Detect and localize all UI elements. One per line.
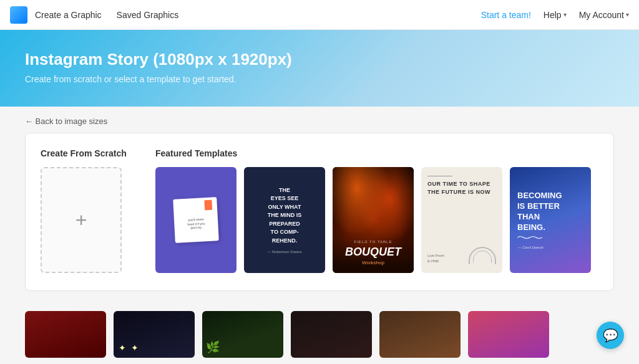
account-chevron-icon: ▾ [626, 11, 629, 18]
template-dark-quote[interactable]: THEEYES SEEONLY WHATTHE MIND ISPREPAREDT… [244, 167, 325, 273]
bottom-thumb-1[interactable] [25, 311, 106, 358]
featured-section: Featured Templates you'll neverhave it i… [155, 148, 598, 273]
templates-grid: Create From Scratch + Featured Templates… [41, 148, 598, 273]
dark-quote-author: — Robertson Davies [267, 250, 301, 254]
our-time-title: OUR TIME TO SHAPE THE FUTURE IS NOW [427, 180, 496, 196]
main-content: Create From Scratch + Featured Templates… [0, 133, 639, 306]
becoming-text: BECOMINGIS BETTERTHANBEING. [517, 191, 562, 233]
templates-row: you'll neverhave it if youdon't try. THE… [155, 167, 598, 273]
back-section: ← Back to image sizes [0, 107, 639, 133]
stars-icon: ✦ ✦ [119, 343, 140, 353]
chat-icon: 💬 [603, 329, 618, 342]
scratch-section: Create From Scratch + [41, 148, 140, 273]
our-time-bottom-row: Live From6-7PM [427, 244, 496, 264]
dark-quote-text: THEEYES SEEONLY WHATTHE MIND ISPREPAREDT… [268, 186, 302, 246]
back-to-sizes-link[interactable]: ← Back to image sizes [25, 117, 107, 126]
wave-icon [517, 236, 542, 239]
bottom-thumb-2[interactable]: ✦ ✦ [114, 311, 195, 358]
sticky-note-text: you'll neverhave it if youdon't try. [187, 218, 205, 231]
nav-saved-link[interactable]: Saved Graphics [117, 10, 179, 20]
nav-right: Start a team! Help ▾ My Account ▾ [481, 10, 629, 20]
bottom-thumb-4[interactable] [291, 311, 372, 358]
our-time-bottom: Live From6-7PM [427, 244, 496, 264]
our-time-top: OUR TIME TO SHAPE THE FUTURE IS NOW [427, 176, 496, 196]
template-purple-note[interactable]: you'll neverhave it if youdon't try. [155, 167, 237, 273]
our-time-arch-wrap [469, 244, 496, 264]
nav-create-link[interactable]: Create a Graphic [35, 10, 102, 20]
scratch-label: Create From Scratch [41, 148, 140, 158]
arch-outer [469, 247, 496, 264]
nav-left: Create a Graphic Saved Graphics [10, 6, 481, 24]
featured-label: Featured Templates [155, 148, 598, 158]
our-time-live: Live From6-7PM [427, 253, 444, 264]
bottom-thumb-5[interactable] [379, 311, 461, 358]
plus-icon: + [76, 210, 87, 230]
bottom-thumb-3[interactable]: 🌿 [202, 311, 283, 358]
hero-title: Instagram Story (1080px x 1920px) [25, 50, 614, 69]
plant-icon: 🌿 [206, 340, 220, 354]
create-from-scratch-button[interactable]: + [41, 167, 122, 273]
template-bouquet[interactable]: FIELD TO TABLE BOUQUET Workshop [333, 167, 414, 273]
our-time-line [427, 176, 452, 176]
navbar: Create a Graphic Saved Graphics Start a … [0, 0, 639, 30]
help-chevron-icon: ▾ [563, 11, 567, 18]
bottom-thumb-6[interactable] [468, 311, 549, 358]
bouquet-title: BOUQUET [345, 246, 401, 259]
nav-team-link[interactable]: Start a team! [481, 10, 531, 20]
bouquet-eyebrow: FIELD TO TABLE [354, 240, 393, 244]
snappa-logo [10, 6, 27, 24]
bottom-thumbnails-row: ✦ ✦ 🌿 [0, 311, 639, 358]
bouquet-subtitle: Workshop [362, 260, 384, 266]
nav-help-link[interactable]: Help ▾ [544, 10, 567, 20]
template-our-time[interactable]: OUR TIME TO SHAPE THE FUTURE IS NOW Live… [421, 167, 502, 273]
templates-card: Create From Scratch + Featured Templates… [25, 133, 614, 291]
arch-inner [473, 251, 492, 263]
nav-account-link[interactable]: My Account ▾ [579, 10, 629, 20]
chat-bubble-button[interactable]: 💬 [597, 322, 624, 349]
becoming-author: — Carol Dweck [517, 246, 544, 249]
hero-banner: Instagram Story (1080px x 1920px) Create… [0, 30, 639, 107]
sticky-note: you'll neverhave it if youdon't try. [173, 197, 219, 243]
template-becoming[interactable]: BECOMINGIS BETTERTHANBEING. — Carol Dwec… [510, 167, 591, 273]
hero-subtitle: Create from scratch or select a template… [25, 74, 614, 84]
